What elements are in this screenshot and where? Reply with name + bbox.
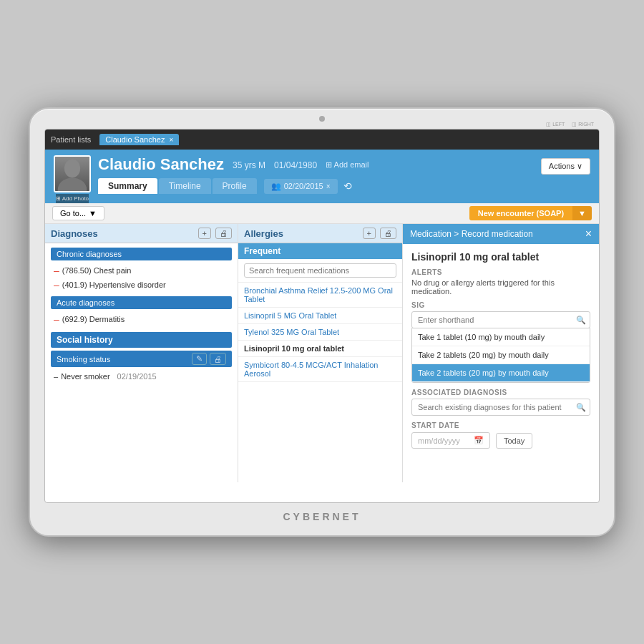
new-encounter-button[interactable]: New encounter (SOAP) [469, 206, 572, 220]
medication-modal: Medication > Record medication × Lisinop… [403, 224, 599, 482]
chronic-diagnoses-label: Chronic diagnoses [51, 248, 232, 260]
tab-summary[interactable]: Summary [98, 178, 157, 194]
device-label: CYBERNET [283, 511, 361, 522]
alerts-label: ALERTS [411, 268, 590, 276]
close-tab-icon[interactable]: × [169, 136, 173, 144]
sig-input[interactable] [411, 311, 590, 328]
calendar-icon: 📅 [474, 436, 484, 445]
social-history-header: Social history [51, 332, 232, 348]
tab-date[interactable]: 👥 02/20/2015 × [264, 179, 338, 194]
print-diagnosis-button[interactable]: 🖨 [215, 228, 232, 239]
edit-smoking-button[interactable]: ✎ [192, 353, 207, 365]
print-smoking-button[interactable]: 🖨 [210, 353, 226, 365]
date-close[interactable]: × [326, 182, 331, 190]
device-buttons: ◫ LEFT ◫ RIGHT [546, 122, 594, 127]
sig-option-2[interactable]: Take 2 tablets (20 mg) by mouth daily [412, 364, 590, 382]
new-encounter-group: New encounter (SOAP) ▼ [469, 206, 592, 220]
medication-item-2[interactable]: Tylenol 325 MG Oral Tablet [238, 324, 402, 341]
patient-name: Claudio Sanchez [98, 155, 224, 174]
search-medications-container [238, 259, 402, 283]
print-allergy-button[interactable]: 🖨 [380, 228, 396, 239]
dash-icon: – [54, 265, 59, 275]
allergies-title: Allergies [244, 228, 358, 239]
associated-diagnosis-input[interactable] [411, 399, 590, 416]
smoking-label: Smoking status [57, 355, 110, 364]
smoking-status-icons: ✎ 🖨 [192, 353, 226, 365]
top-nav: Patient lists Claudio Sanchez × [45, 130, 599, 150]
main-content: Diagnoses + 🖨 Chronic diagnoses – (786.5… [45, 224, 599, 482]
new-encounter-dropdown[interactable]: ▼ [572, 206, 592, 220]
add-email-button[interactable]: ⊞ Add email [326, 160, 369, 170]
dash-icon: – [54, 280, 59, 290]
diagnosis-text[interactable]: (401.9) Hypertensive disorder [62, 280, 166, 289]
smoking-date: 02/19/2015 [117, 372, 157, 381]
patient-header: ⊞ Add Photo Claudio Sanchez 35 yrs M 01/… [45, 150, 599, 203]
goto-label: Go to... [60, 209, 86, 218]
medication-item-3[interactable]: Lisinopril 10 mg oral tablet [238, 341, 402, 357]
modal-close-button[interactable]: × [585, 228, 592, 240]
alerts-text: No drug or allergy alerts triggered for … [411, 278, 590, 296]
smoking-item: – Never smoker 02/19/2015 [45, 370, 238, 383]
acute-diagnoses-label: Acute diagnoses [51, 296, 232, 309]
allergies-header: Allergies + 🖨 [238, 224, 402, 243]
date-placeholder: mm/dd/yyyy [418, 436, 471, 445]
patient-actions: Actions ∨ [541, 155, 590, 175]
allergies-panel: Allergies + 🖨 Frequent Bronchial Asthma … [238, 224, 403, 482]
tab-profile[interactable]: Profile [213, 178, 257, 194]
patient-info: Claudio Sanchez 35 yrs M 01/04/1980 ⊞ Ad… [98, 155, 534, 194]
tab-patient-name: Claudio Sanchez [105, 135, 165, 144]
sig-label: SIG [411, 301, 590, 309]
svg-point-1 [58, 177, 87, 191]
diagnoses-title: Diagnoses [51, 228, 194, 239]
patient-tab[interactable]: Claudio Sanchez × [99, 134, 179, 145]
sig-dropdown: Take 1 tablet (10 mg) by mouth daily Tak… [411, 328, 590, 383]
date-input[interactable]: mm/dd/yyyy 📅 [411, 432, 490, 449]
search-diagnosis-icon: 🔍 [576, 403, 586, 412]
medication-item-4[interactable]: Symbicort 80-4.5 MCG/ACT Inhalation Aero… [238, 357, 402, 382]
search-medications-input[interactable] [244, 263, 396, 278]
goto-chevron: ▼ [89, 209, 97, 218]
sig-option-1[interactable]: Take 2 tablets (20 mg) by mouth daily [412, 346, 590, 364]
associated-diagnosis-label: ASSOCIATED DIAGNOSIS [411, 389, 590, 396]
add-diagnosis-button[interactable]: + [198, 228, 211, 239]
patient-tabs: Summary Timeline Profile 👥 02/20/2015 × … [98, 178, 534, 194]
diagnoses-header: Diagnoses + 🖨 [45, 224, 238, 243]
today-button[interactable]: Today [496, 433, 532, 449]
medication-item-1[interactable]: Lisinopril 5 MG Oral Tablet [238, 308, 402, 324]
dash-icon: – [54, 372, 58, 381]
add-allergy-button[interactable]: + [363, 228, 376, 239]
dash-icon: – [54, 314, 59, 324]
date-tab-label: 👥 [271, 182, 281, 191]
svg-point-0 [64, 160, 80, 178]
associated-diagnosis-container: 🔍 [411, 399, 590, 416]
smoking-status-text: Never smoker [61, 372, 109, 381]
tab-timeline[interactable]: Timeline [159, 178, 211, 194]
diagnoses-panel: Diagnoses + 🖨 Chronic diagnoses – (786.5… [45, 224, 238, 482]
start-date-label: START DATE [411, 421, 590, 429]
modal-body: Lisinopril 10 mg oral tablet ALERTS No d… [403, 244, 599, 456]
add-photo-label[interactable]: ⊞ Add Photo [56, 194, 89, 203]
modal-header: Medication > Record medication × [403, 224, 599, 244]
screen: Patient lists Claudio Sanchez × ⊞ Add Ph… [44, 129, 600, 503]
diagnosis-text[interactable]: (692.9) Dermatitis [62, 315, 125, 323]
sig-container: 🔍 [411, 311, 590, 328]
diagnosis-hypertensive: – (401.9) Hypertensive disorder [45, 278, 238, 292]
actions-button[interactable]: Actions ∨ [541, 158, 590, 175]
diagnosis-text[interactable]: (786.50) Chest pain [62, 266, 132, 275]
date-value: 02/20/2015 [284, 182, 323, 190]
sig-option-0[interactable]: Take 1 tablet (10 mg) by mouth daily [412, 328, 590, 346]
sig-search-icon: 🔍 [576, 316, 586, 325]
patient-photo [54, 155, 91, 192]
modal-title: Medication > Record medication [410, 229, 533, 239]
smoking-status-header: Smoking status ✎ 🖨 [51, 351, 232, 367]
diagnosis-dermatitis: – (692.9) Dermatitis [45, 312, 238, 326]
toolbar: Go to... ▼ New encounter (SOAP) ▼ [45, 203, 599, 224]
medication-item-0[interactable]: Bronchial Asthma Relief 12.5-200 MG Oral… [238, 283, 402, 308]
patient-lists-link[interactable]: Patient lists [51, 135, 91, 144]
history-icon[interactable]: ⟲ [343, 180, 352, 192]
diagnosis-chest-pain: – (786.50) Chest pain [45, 263, 238, 278]
frequent-header: Frequent [238, 243, 402, 259]
device: CYBERNET ◫ LEFT ◫ RIGHT Patient lists Cl… [29, 107, 615, 537]
start-date-row: mm/dd/yyyy 📅 Today [411, 432, 590, 449]
goto-button[interactable]: Go to... ▼ [52, 206, 104, 220]
